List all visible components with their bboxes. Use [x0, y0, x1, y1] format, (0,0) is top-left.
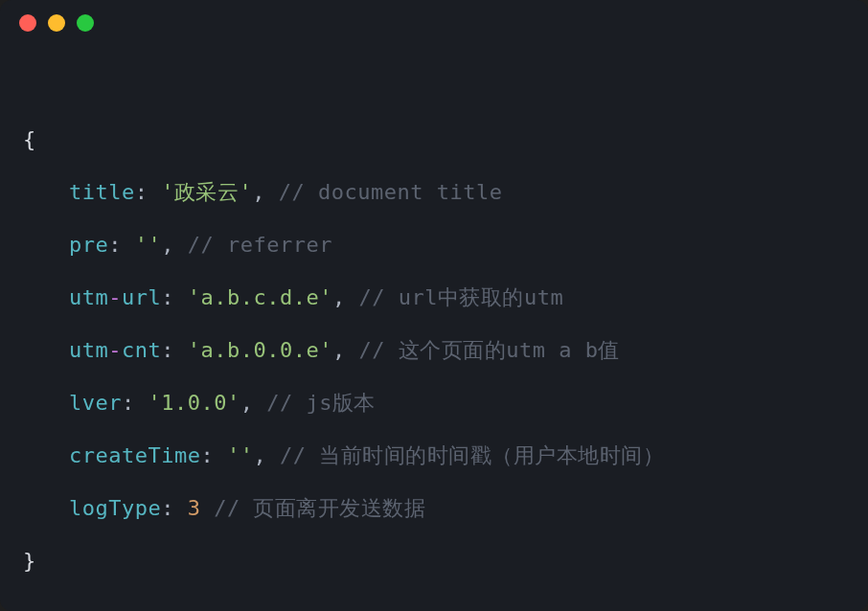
comment: // 当前时间的时间戳（用户本地时间） — [280, 443, 664, 467]
code-line: { — [23, 113, 845, 166]
property-value: '政采云' — [161, 180, 252, 204]
comma: , — [332, 285, 359, 309]
comment: // js版本 — [266, 391, 376, 415]
code-line: createTime: '', // 当前时间的时间戳（用户本地时间） — [23, 429, 845, 482]
property-key: lver — [69, 391, 122, 415]
property-value: 'a.b.0.0.e' — [188, 338, 332, 362]
property-key-prefix: utm — [69, 285, 108, 309]
comment: // url中获取的utm — [358, 285, 563, 309]
code-line: utm-url: 'a.b.c.d.e', // url中获取的utm — [23, 271, 845, 324]
separator: : — [122, 391, 148, 415]
minimize-icon[interactable] — [48, 14, 65, 32]
code-line: lver: '1.0.0', // js版本 — [23, 376, 845, 429]
property-key-suffix: url — [122, 285, 161, 309]
property-value: 3 — [188, 496, 201, 520]
code-line: logType: 3 // 页面离开发送数据 — [23, 482, 845, 534]
property-value: '' — [135, 233, 162, 257]
code-line: title: '政采云', // document title — [23, 166, 845, 218]
property-key: logType — [69, 496, 161, 520]
property-value: '' — [227, 443, 254, 467]
separator: : — [161, 285, 188, 309]
maximize-icon[interactable] — [77, 14, 94, 32]
property-key: createTime — [69, 443, 200, 467]
comment: // 这个页面的utm a b值 — [358, 338, 619, 362]
separator: : — [161, 338, 188, 362]
code-line: } — [23, 534, 845, 587]
code-line: utm-cnt: 'a.b.0.0.e', // 这个页面的utm a b值 — [23, 324, 845, 376]
comma: , — [161, 233, 188, 257]
property-key-suffix: cnt — [122, 338, 161, 362]
property-value: '1.0.0' — [148, 391, 240, 415]
code-block: { title: '政采云', // document title pre: '… — [0, 46, 868, 610]
operator: - — [108, 285, 122, 309]
comment: // referrer — [188, 233, 332, 257]
separator: : — [161, 496, 188, 520]
separator: : — [135, 180, 162, 204]
space — [200, 496, 214, 520]
comma: , — [332, 338, 359, 362]
property-key-prefix: utm — [69, 338, 108, 362]
comment: // 页面离开发送数据 — [214, 496, 425, 520]
operator: - — [108, 338, 122, 362]
close-brace: } — [23, 549, 36, 573]
property-value: 'a.b.c.d.e' — [188, 285, 332, 309]
code-line: pre: '', // referrer — [23, 218, 845, 271]
code-window: { title: '政采云', // document title pre: '… — [0, 0, 868, 611]
open-brace: { — [23, 127, 36, 151]
close-icon[interactable] — [19, 14, 36, 32]
property-key: pre — [69, 233, 108, 257]
comment: // document title — [279, 180, 503, 204]
comma: , — [253, 443, 280, 467]
separator: : — [108, 233, 135, 257]
property-key: title — [69, 180, 135, 204]
separator: : — [200, 443, 227, 467]
window-titlebar — [0, 0, 868, 46]
comma: , — [240, 391, 267, 415]
comma: , — [252, 180, 279, 204]
